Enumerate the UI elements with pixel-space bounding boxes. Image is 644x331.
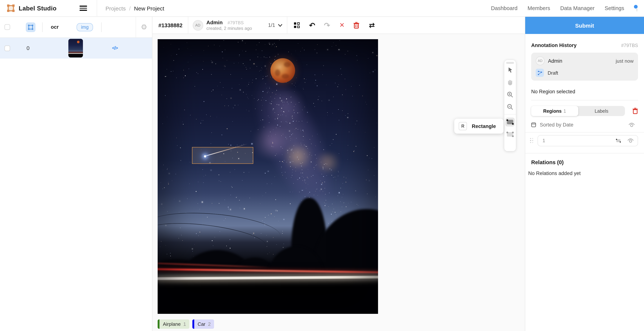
label-chip-airplane[interactable]: Airplane 1 — [158, 320, 190, 329]
annotation-image[interactable] — [158, 39, 378, 314]
cursor-icon — [507, 67, 513, 73]
annotation-created-text: created, 2 minutes ago — [206, 26, 252, 31]
zoom-out-icon — [507, 104, 513, 110]
history-entry-card[interactable]: AD Admin just now Draft — [531, 53, 638, 81]
task-row-id: 0 — [26, 45, 30, 51]
top-navigation-bar: Label Studio Projects / New Project Dash… — [0, 0, 644, 17]
annotation-sidebar: Submit Annotation History #79TBS AD Admi… — [525, 17, 644, 331]
column-img-badge[interactable]: img — [76, 23, 93, 31]
segmented-control: Regions 1 Labels — [531, 106, 625, 116]
nav-dashboard[interactable]: Dashboard — [491, 5, 518, 11]
top-nav-links: Dashboard Members Data Manager Settings — [491, 5, 644, 11]
region-list-item[interactable]: 1 — [531, 132, 638, 149]
breadcrumb-current-project: New Project — [134, 5, 164, 11]
breadcrumb-separator: / — [129, 5, 130, 11]
draft-icon — [536, 69, 544, 77]
history-title: Annotation History — [531, 42, 576, 48]
regions-labels-tabs: Regions 1 Labels — [531, 106, 638, 116]
hamburger-menu-icon[interactable] — [80, 5, 87, 11]
rectangle-tool-tooltip: R Rectangle — [454, 119, 504, 134]
no-region-selected-text: No Region selected — [531, 89, 638, 94]
nav-data-manager[interactable]: Data Manager — [560, 5, 594, 11]
annotator-name: Admin — [206, 19, 223, 25]
annotation-column-icon[interactable] — [26, 22, 36, 32]
airplane-label: Airplane — [163, 321, 180, 327]
region-item-box[interactable]: 1 — [538, 135, 638, 146]
swap-view-icon[interactable]: ⇄ — [368, 22, 376, 29]
label-studio-app: Label Studio Projects / New Project Dash… — [0, 0, 644, 331]
tab-regions-label: Regions — [543, 108, 562, 114]
blood-moon — [270, 58, 295, 83]
breadcrumb: Projects / New Project — [106, 5, 164, 11]
tab-regions[interactable]: Regions 1 — [531, 106, 578, 116]
history-annotation-id: #79TBS — [621, 43, 638, 48]
annotator-block[interactable]: AD Admin #79TBS created, 2 minutes ago 1… — [192, 19, 287, 31]
select-all-checkbox[interactable] — [4, 24, 10, 30]
toggle-all-visibility-eye-icon[interactable] — [628, 122, 635, 127]
column-ocr-label[interactable]: ocr — [51, 24, 59, 30]
zoom-in-tool[interactable] — [504, 88, 516, 101]
label-chip-car[interactable]: Car 2 — [192, 320, 214, 329]
reset-icon[interactable]: ✕ — [338, 22, 346, 28]
task-thumbnail[interactable] — [68, 39, 83, 57]
delete-regions-icon[interactable] — [632, 108, 638, 114]
tab-labels[interactable]: Labels — [578, 106, 625, 116]
column-settings-zone: ⚙ — [136, 17, 152, 37]
user-avatar[interactable] — [636, 5, 637, 11]
rectangle-region-annotation[interactable] — [192, 147, 253, 164]
rectangle-tool-selected[interactable] — [504, 116, 516, 128]
task-list-header: ocr img ⚙ — [0, 17, 152, 38]
history-time: just now — [616, 58, 634, 64]
submit-button[interactable]: Submit — [525, 17, 644, 34]
pager-count: 1/1 — [268, 22, 275, 28]
dark-ground — [158, 281, 378, 314]
airplane-color-bar — [158, 320, 160, 329]
header-divider-2 — [101, 22, 102, 32]
move-tool[interactable] — [504, 64, 516, 76]
tools-drag-handle[interactable] — [506, 62, 514, 64]
toolbar-divider-1 — [188, 16, 188, 34]
app-title: Label Studio — [19, 5, 56, 12]
tab-labels-label: Labels — [595, 108, 608, 114]
thumbnail-light-trail — [68, 53, 83, 54]
topbar-divider — [97, 0, 97, 16]
history-avatar: AD — [536, 56, 545, 65]
task-row-selected[interactable]: 0 </> — [0, 38, 152, 59]
region-drag-handle[interactable] — [530, 138, 533, 143]
relations-title: Relations (0) — [531, 159, 638, 165]
annotation-pager[interactable]: 1/1 — [268, 22, 282, 28]
zoom-in-icon — [507, 91, 513, 98]
notification-dot — [634, 4, 638, 9]
annotation-id: #79TBS — [228, 20, 244, 25]
rectangle-tool-icon — [506, 118, 514, 126]
breadcrumb-projects[interactable]: Projects — [106, 5, 126, 11]
sort-order-icon[interactable] — [531, 122, 536, 127]
nav-settings[interactable]: Settings — [604, 5, 624, 11]
zoom-out-tool[interactable] — [504, 101, 516, 113]
grid-view-icon[interactable] — [294, 22, 301, 28]
code-icon[interactable]: </> — [112, 38, 118, 59]
annotation-toolbar: #1338882 AD Admin #79TBS created, 2 minu… — [152, 17, 525, 34]
pan-tool[interactable] — [504, 76, 516, 88]
task-list-panel: ocr img ⚙ 0 </> — [0, 17, 152, 331]
car-color-bar — [192, 320, 194, 329]
task-id: #1338882 — [152, 22, 188, 28]
region-list-divider-bottom — [525, 153, 644, 153]
meteor — [204, 155, 206, 157]
task-row-checkbox[interactable] — [4, 45, 10, 51]
redo-icon[interactable]: ↷ — [323, 21, 331, 29]
region-visibility-eye-icon[interactable] — [627, 138, 634, 143]
toolbar-divider-2 — [287, 16, 287, 34]
history-status: Draft — [548, 70, 558, 75]
nav-members[interactable]: Members — [528, 5, 550, 11]
undo-icon[interactable]: ↶ — [308, 21, 316, 29]
sort-label[interactable]: Sorted by Date — [540, 122, 574, 128]
region-index: 1 — [542, 138, 545, 143]
gear-icon[interactable]: ⚙ — [141, 23, 147, 31]
toolbar-actions: ↶ ↷ ✕ ⇄ — [294, 21, 376, 29]
delete-annotation-icon[interactable] — [353, 22, 361, 28]
three-point-rectangle-tool[interactable] — [504, 128, 516, 140]
header-divider — [42, 22, 42, 32]
annotator-names: Admin #79TBS created, 2 minutes ago — [206, 19, 252, 31]
tools-divider — [504, 114, 516, 115]
